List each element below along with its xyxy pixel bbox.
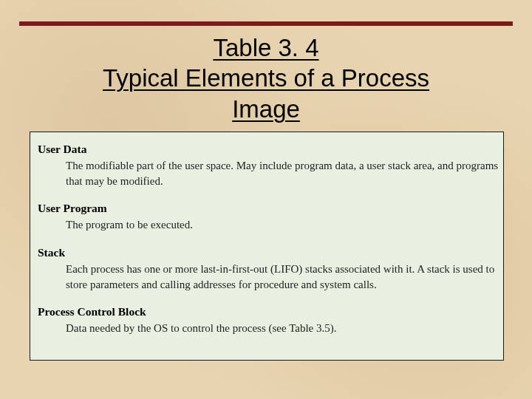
entry-description: The modifiable part of the user space. M… — [38, 158, 499, 188]
title-line-3: Image — [19, 94, 513, 124]
title-line-1: Table 3. 4 — [19, 33, 513, 63]
entry-user-data: User Data The modifiable part of the use… — [38, 143, 499, 188]
entry-heading: User Program — [38, 202, 499, 215]
entry-heading: User Data — [38, 143, 499, 156]
definitions-table: User Data The modifiable part of the use… — [30, 132, 504, 361]
entry-description: Each process has one or more last-in-fir… — [38, 262, 499, 292]
entry-description: Data needed by the OS to control the pro… — [38, 321, 499, 336]
entry-description: The program to be executed. — [38, 217, 499, 233]
entry-heading: Stack — [38, 246, 499, 259]
horizontal-rule — [19, 21, 513, 26]
entry-pcb: Process Control Block Data needed by the… — [38, 305, 499, 336]
title-line-2: Typical Elements of a Process — [19, 63, 513, 93]
entry-stack: Stack Each process has one or more last-… — [38, 246, 499, 292]
entry-user-program: User Program The program to be executed. — [38, 202, 499, 233]
entry-heading: Process Control Block — [38, 305, 499, 318]
slide-title: Table 3. 4 Typical Elements of a Process… — [19, 33, 513, 124]
